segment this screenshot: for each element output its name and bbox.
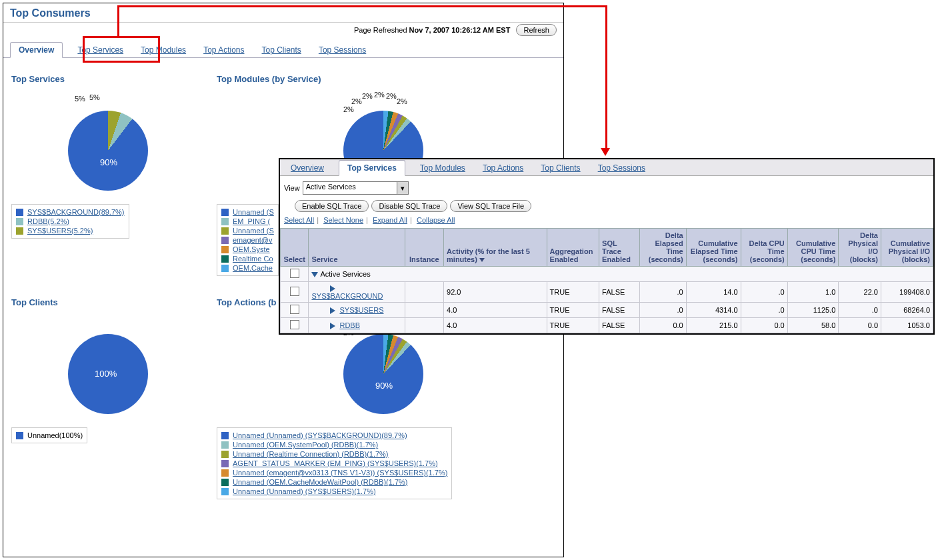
service-link[interactable]: SYS$USERS <box>339 306 383 314</box>
cell-dct: .0 <box>741 282 787 303</box>
legend-item[interactable]: SYS$BACKGROUND(89.7%) <box>16 207 125 217</box>
detail-tab-overview[interactable]: Overview <box>288 161 327 175</box>
select-none-link[interactable]: Select None <box>323 216 363 224</box>
detail-tab-top-sessions[interactable]: Top Sessions <box>595 161 648 175</box>
legend-label[interactable]: AGENT_STATUS_MARKER (EM_PING) (SYS$USERS… <box>233 459 438 467</box>
cell-dct: 0.0 <box>741 318 787 333</box>
legend-item[interactable]: Unnamed (emagent@vx0313 (TNS V1-V3)) (SY… <box>221 468 447 477</box>
legend-item[interactable]: SYS$USERS(5.2%) <box>16 226 125 235</box>
arrow-line <box>117 5 607 7</box>
legend-label[interactable]: emagent@v <box>233 236 272 244</box>
cell-dpio: .0 <box>839 303 881 318</box>
legend-label[interactable]: OEM.Cache <box>233 264 273 272</box>
detail-tab-top-modules[interactable]: Top Modules <box>417 161 468 175</box>
legend-item: Unnamed(100%) <box>16 431 83 440</box>
legend-label[interactable]: SYS$BACKGROUND(89.7%) <box>27 208 125 216</box>
tab-top-sessions[interactable]: Top Sessions <box>316 43 369 57</box>
cell-aggregation: TRUE <box>547 282 599 303</box>
col-delta-pio[interactable]: Delta Physical I/O (blocks) <box>839 229 881 267</box>
legend-label[interactable]: RDBB(5.2%) <box>27 217 69 225</box>
legend-item[interactable]: EM_PING ( <box>221 217 274 226</box>
disable-sql-trace-button[interactable]: Disable SQL Trace <box>371 200 447 212</box>
legend-label[interactable]: Realtime Co <box>233 255 273 263</box>
cell-cct: 1.0 <box>787 282 839 303</box>
tab-overview[interactable]: Overview <box>10 42 63 58</box>
checkbox[interactable] <box>290 287 299 296</box>
col-service[interactable]: Service <box>309 229 405 267</box>
detail-tab-top-services[interactable]: Top Services <box>339 160 405 176</box>
legend-swatch-icon <box>221 209 229 216</box>
legend-top-actions: Unnamed (Unnamed) (SYS$BACKGROUND)(89.7%… <box>217 427 452 499</box>
legend-label[interactable]: Unnamed (Unnamed) (SYS$BACKGROUND)(89.7%… <box>233 431 407 439</box>
table-links-row: Select All| Select None| Expand All| Col… <box>280 216 933 228</box>
detail-tab-top-actions[interactable]: Top Actions <box>480 161 526 175</box>
refreshed-label: Page Refreshed <box>354 26 407 34</box>
checkbox[interactable] <box>290 320 299 329</box>
col-sql-trace[interactable]: SQL Trace Enabled <box>599 229 639 267</box>
cell-cet: 215.0 <box>686 318 741 333</box>
col-instance[interactable]: Instance <box>405 229 443 267</box>
detail-tab-top-clients[interactable]: Top Clients <box>538 161 583 175</box>
page-title: Top Consumers <box>10 7 91 19</box>
legend-label[interactable]: Unnamed (S <box>233 227 274 235</box>
legend-item[interactable]: RDBB(5.2%) <box>16 217 125 226</box>
view-sql-trace-file-button[interactable]: View SQL Trace File <box>450 200 531 212</box>
legend-item[interactable]: Unnamed (OEM.SystemPool) (RDBB)(1.7%) <box>221 440 447 449</box>
arrow-line <box>605 5 607 149</box>
view-select[interactable]: Active Services ▾ <box>303 181 409 195</box>
cell-trace: FALSE <box>599 318 639 333</box>
legend-item[interactable]: OEM.Cache <box>221 263 274 273</box>
legend-item[interactable]: Unnamed (Realtime Connection) (RDBB)(1.7… <box>221 449 447 459</box>
service-link[interactable]: RDBB <box>339 321 360 329</box>
legend-label[interactable]: Unnamed (Unnamed) (SYS$USERS)(1.7%) <box>233 487 376 495</box>
col-aggregation[interactable]: Aggregation Enabled <box>547 229 599 267</box>
legend-item[interactable]: OEM.Syste <box>221 245 274 254</box>
cell-trace: FALSE <box>599 303 639 318</box>
service-link[interactable]: SYS$BACKGROUND <box>311 292 383 300</box>
legend-item[interactable]: Unnamed (OEM.CacheModeWaitPool) (RDBB)(1… <box>221 477 447 487</box>
legend-item[interactable]: Unnamed (Unnamed) (SYS$BACKGROUND)(89.7%… <box>221 431 447 440</box>
legend-label[interactable]: Unnamed (Realtime Connection) (RDBB)(1.7… <box>233 450 389 458</box>
legend-label[interactable]: Unnamed (emagent@vx0313 (TNS V1-V3)) (SY… <box>233 469 447 477</box>
legend-item[interactable]: Unnamed (S <box>221 226 274 235</box>
checkbox[interactable] <box>290 269 299 278</box>
legend-item[interactable]: emagent@v <box>221 235 274 245</box>
table-row: SYS$USERS4.0TRUEFALSE.04314.0.01125.0.06… <box>281 303 933 318</box>
legend-item[interactable]: Unnamed (S <box>221 207 274 217</box>
legend-label[interactable]: SYS$USERS(5.2%) <box>27 227 93 235</box>
legend-item[interactable]: Realtime Co <box>221 254 274 263</box>
expand-icon[interactable] <box>330 307 335 314</box>
legend-label[interactable]: OEM.Syste <box>233 245 270 253</box>
collapse-icon[interactable] <box>311 272 318 277</box>
expand-icon[interactable] <box>330 285 335 292</box>
legend-item[interactable]: Unnamed (Unnamed) (SYS$USERS)(1.7%) <box>221 487 447 496</box>
col-delta-cpu[interactable]: Delta CPU Time (seconds) <box>741 229 787 267</box>
legend-label[interactable]: Unnamed (OEM.CacheModeWaitPool) (RDBB)(1… <box>233 478 407 486</box>
col-select[interactable]: Select <box>281 229 309 267</box>
select-all-link[interactable]: Select All <box>284 216 314 224</box>
legend-label[interactable]: Unnamed (S <box>233 208 274 216</box>
pie-top-actions <box>343 334 423 414</box>
pie-label: 2% <box>374 91 385 99</box>
cell-instance <box>405 303 443 318</box>
enable-sql-trace-button[interactable]: Enable SQL Trace <box>295 200 369 212</box>
tab-top-clients[interactable]: Top Clients <box>259 43 304 57</box>
legend-label[interactable]: Unnamed (OEM.SystemPool) (RDBB)(1.7%) <box>233 441 378 449</box>
refresh-button[interactable]: Refresh <box>516 24 557 36</box>
col-cum-elapsed[interactable]: Cumulative Elapsed Time (seconds) <box>686 229 741 267</box>
tab-top-actions[interactable]: Top Actions <box>201 43 247 57</box>
expand-icon[interactable] <box>330 323 335 329</box>
col-cum-pio[interactable]: Cumulative Physical I/O (blocks) <box>881 229 933 267</box>
legend-swatch-icon <box>221 237 229 244</box>
collapse-all-link[interactable]: Collapse All <box>417 216 455 224</box>
legend-item[interactable]: AGENT_STATUS_MARKER (EM_PING) (SYS$USERS… <box>221 459 447 468</box>
col-delta-elapsed[interactable]: Delta Elapsed Time (seconds) <box>639 229 686 267</box>
expand-all-link[interactable]: Expand All <box>373 216 407 224</box>
legend-label[interactable]: EM_PING ( <box>233 217 270 225</box>
col-activity[interactable]: Activity (% for the last 5 minutes) <box>444 229 547 267</box>
col-cum-cpu[interactable]: Cumulative CPU Time (seconds) <box>787 229 839 267</box>
legend-top-services: SYS$BACKGROUND(89.7%)RDBB(5.2%)SYS$USERS… <box>11 204 129 239</box>
table-row: SYS$BACKGROUND92.0TRUEFALSE.014.0.01.022… <box>281 282 933 303</box>
legend-label: Unnamed(100%) <box>27 431 83 439</box>
checkbox[interactable] <box>290 305 299 314</box>
